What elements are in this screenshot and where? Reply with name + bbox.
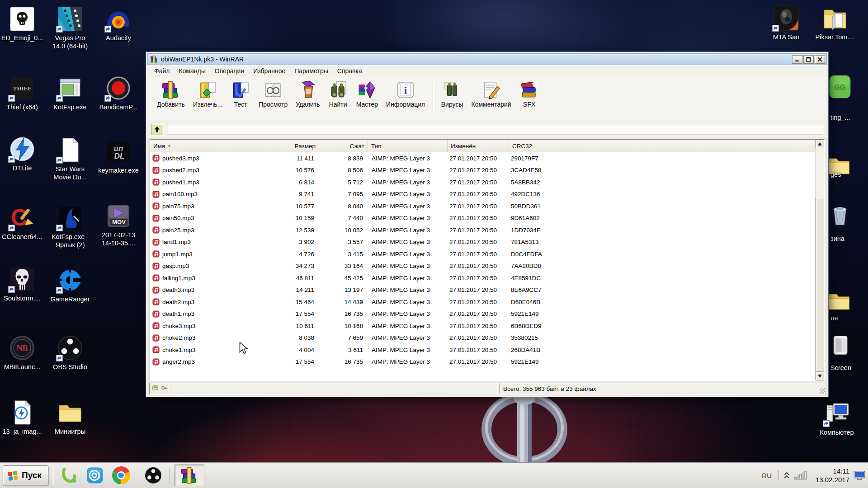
file-name-text: falling1.mp3 [162,275,195,282]
file-row[interactable]: pain75.mp310 5778 040AIMP: MPEG Layer 32… [150,200,816,212]
column-header-modified[interactable]: Изменён [448,140,509,152]
desktop-icon-star-wars-doc[interactable]: Star Wars Movie Du... [45,136,95,181]
tb-test-icon [231,80,250,99]
folder-icon[interactable] [826,288,852,314]
toolbar-button-sfx[interactable]: SFX [515,79,543,109]
desktop-icon-mbii-launcher[interactable]: NBMBⅡLaunc... [0,334,47,371]
desktop-icon-soulstorm[interactable]: Soulstorm.... [0,266,47,303]
screen-box-icon[interactable] [828,333,854,358]
menu-item-commands[interactable]: Команды [175,66,209,76]
desktop-icon-piksar-tom[interactable]: Piksar.Tom.... [810,5,860,42]
desktop-icon-mov-video[interactable]: MOV2017-02-13 14-10-35.... [93,202,144,247]
desktop-icon-gameranger[interactable]: GameRanger [45,267,95,304]
archive-path-bar[interactable] [167,124,823,135]
title-bar[interactable]: obiWanEP1Nk.pk3 - WinRAR [147,53,827,65]
desktop-icon-bandicam[interactable]: BandicamP... [93,75,144,112]
maximize-button[interactable] [803,55,814,64]
menu-item-file[interactable]: Файл [150,66,174,76]
minimize-button[interactable] [792,55,802,64]
desktop-icon-mta-san[interactable]: MTA San [761,5,811,42]
toolbar-button-info[interactable]: iИнформация [382,79,429,109]
file-row[interactable]: death3.mp314 21113 197AIMP: MPEG Layer 3… [150,284,816,296]
toolbar-button-wizard[interactable]: Мастер [352,79,382,109]
desktop-icon-kotfsp[interactable]: KotFsp.exe [45,75,95,112]
toolbar-button-view[interactable]: Просмотр [255,79,292,109]
utorrent-icon [60,466,78,484]
file-row[interactable]: anger2.mp317 55416 735AIMP: MPEG Layer 3… [150,356,816,368]
language-indicator[interactable]: RU [760,472,774,479]
wallpaper-emblem [466,391,583,468]
hidden-icons-chevron[interactable] [783,472,790,479]
desktop-icon-thief[interactable]: THIEFThief (x64) [0,75,47,112]
close-button[interactable] [815,55,825,64]
scroll-down-button[interactable] [816,372,824,380]
recycle-icon[interactable] [827,202,853,228]
column-header-name[interactable]: Имя▼ [150,140,271,152]
file-row[interactable]: pushed1.mp36 8145 712AIMP: MPEG Layer 32… [150,176,816,188]
desktop-icon-obs-studio[interactable]: OBS Studio [45,334,95,371]
file-row[interactable]: pain25.mp312 53910 052AIMP: MPEG Layer 3… [150,224,816,236]
file-size: 14 211 [271,286,319,293]
taskbar-item-mail-agent[interactable] [84,465,106,486]
file-name: pain100.mp3 [150,191,271,198]
file-modified: 27.01.2017 20:50 [448,203,509,210]
desktop-icon-dtlite[interactable]: DTLite [0,136,47,173]
mp3-file-icon [152,191,160,198]
file-packed: 5 712 [319,179,368,186]
display-icon[interactable] [854,470,865,480]
desktop-icon-kotfsp-shortcut-2[interactable]: KotFsp.exe - Ярлык (2) [45,204,95,249]
file-name-text: pushed3.mp3 [162,155,199,162]
resize-grip[interactable] [820,388,826,394]
file-row[interactable]: pain50.mp310 1597 440AIMP: MPEG Layer 32… [150,212,816,225]
toolbar-button-comment[interactable]: Комментарий [467,79,515,109]
toolbar-button-find[interactable]: Найти [324,79,352,109]
toolbar-button-delete[interactable]: Удалить [292,79,324,109]
file-row[interactable]: death1.mp317 55416 735AIMP: MPEG Layer 3… [150,308,816,320]
file-row[interactable]: gasp.mp334 27333 164AIMP: MPEG Layer 327… [150,260,816,272]
menu-item-help[interactable]: Справка [333,66,366,76]
toolbar-button-add[interactable]: Добавить [153,79,189,109]
toolbar-button-label: Тест [234,101,247,108]
file-row[interactable]: pushed3.mp311 4118 839AIMP: MPEG Layer 3… [150,152,816,164]
column-header-crc[interactable]: CRC32 [509,140,554,152]
file-row[interactable]: choke2.mp38 0387 659AIMP: MPEG Layer 327… [150,332,816,344]
menu-item-operations[interactable]: Операции [211,66,249,76]
file-row[interactable]: pain100.mp39 7417 095AIMP: MPEG Layer 32… [150,188,816,201]
desktop-icon-vegas-pro[interactable]: Vegas Pro 14.0 (64-bit) [45,5,95,50]
file-row[interactable]: death2.mp315 46414 439AIMP: MPEG Layer 3… [150,296,816,308]
file-row[interactable]: jump1.mp34 7263 415AIMP: MPEG Layer 327.… [150,248,816,260]
desktop-icon-13-ja-image[interactable]: 13_ja_imag... [0,399,47,436]
taskbar-item-utorrent[interactable] [58,465,80,486]
file-row[interactable]: falling1.mp346 81145 425AIMP: MPEG Layer… [150,272,816,284]
column-header-size[interactable]: Размер [271,140,319,152]
desktop-icon-label: KotFsp.exe [45,103,95,112]
column-header-packed[interactable]: Сжат [319,140,368,152]
network-icon[interactable] [794,471,807,480]
file-row[interactable]: land1.mp33 9023 557AIMP: MPEG Layer 327.… [150,236,816,249]
menu-item-options[interactable]: Параметры [290,66,332,76]
toolbar-button-virus[interactable]: Вирусы [437,79,467,109]
column-header-type[interactable]: Тип [368,140,448,152]
taskbar-item-winrar[interactable] [175,465,204,486]
clock[interactable]: 14:11 13.02.2017 [811,467,849,484]
menu-item-favorites[interactable]: Избранное [249,66,289,76]
file-row[interactable]: choke3.mp310 61110 168AIMP: MPEG Layer 3… [150,320,816,332]
start-button[interactable]: Пуск [3,465,48,485]
up-directory-button[interactable] [151,124,163,135]
desktop-icon-miniigry[interactable]: Миниигры [45,399,95,436]
desktop-icon-audacity[interactable]: Audacity [93,5,144,42]
toolbar-button-extract[interactable]: Извлечь... [189,79,226,109]
file-row[interactable]: choke1.mp34 0043 611AIMP: MPEG Layer 327… [150,344,816,356]
vertical-scrollbar[interactable] [815,140,824,380]
desktop-icon-ed-emoji[interactable]: ED_Emoji_0... [0,5,47,42]
toolbar-button-test[interactable]: Тест [226,79,255,109]
desktop-icon-computer[interactable]: Компьютер [811,400,862,437]
scroll-thumb[interactable] [816,198,824,372]
desktop-icon-ccleaner[interactable]: CCCleaner64... [0,204,47,241]
scroll-up-button[interactable] [816,140,824,148]
desktop-icon-keymaker[interactable]: unDLkeymaker.exe [93,138,144,175]
taskbar-item-chrome[interactable] [110,465,132,486]
file-row[interactable]: pushed2.mp310 5768 506AIMP: MPEG Layer 3… [150,164,816,177]
gg-box-icon[interactable]: GG [827,75,853,100]
taskbar-item-obs[interactable] [142,465,164,486]
